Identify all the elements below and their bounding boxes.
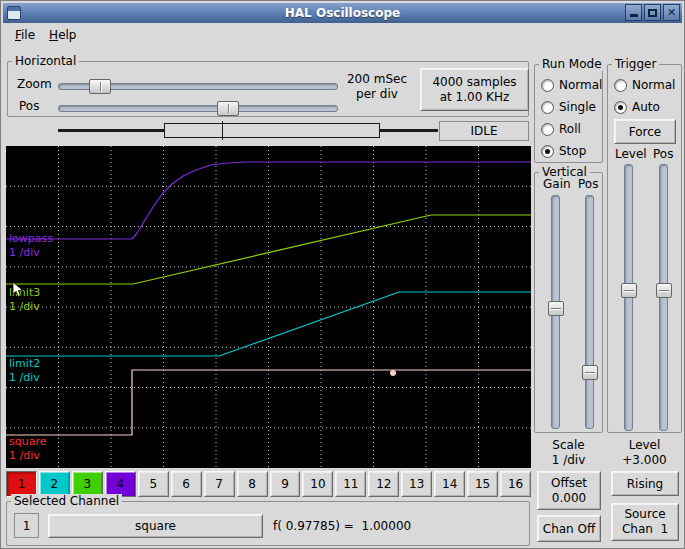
menubar: File Help — [3, 24, 682, 45]
vertical-gain-label: Gain — [543, 177, 571, 191]
maximize-icon — [648, 9, 657, 17]
samples-line2: at 1.00 KHz — [440, 90, 510, 105]
zoom-slider-handle[interactable] — [89, 79, 111, 94]
close-icon: ✕ — [667, 7, 676, 18]
record-trigger-tick — [222, 121, 223, 140]
maximize-button[interactable] — [644, 4, 661, 21]
selected-channel-legend: Selected Channel — [11, 494, 122, 508]
menu-help[interactable]: Help — [42, 26, 83, 44]
time-per-div-line1: 200 mSec — [341, 72, 413, 87]
channel-button-11[interactable]: 11 — [335, 471, 366, 497]
channel-button-15[interactable]: 15 — [467, 471, 498, 497]
vertical-pos-label: Pos — [578, 177, 598, 191]
radio-label: Stop — [559, 144, 586, 158]
radio-label: Auto — [632, 100, 660, 114]
close-button[interactable]: ✕ — [663, 4, 680, 21]
force-button[interactable]: Force — [614, 119, 676, 144]
scope-canvas — [6, 146, 531, 468]
trigger-pos-slider-handle[interactable] — [656, 283, 672, 298]
radio-icon — [541, 79, 554, 92]
radio-label: Normal — [559, 78, 602, 92]
titlebar: HAL Oscilloscope ✕ — [3, 3, 682, 23]
window-title: HAL Oscilloscope — [3, 3, 682, 23]
channel-button-9[interactable]: 9 — [270, 471, 301, 497]
scope-display[interactable]: square1 /divlimit21 /divlimit31 /divlowp… — [6, 146, 531, 468]
radio-run-mode-stop[interactable]: Stop — [536, 140, 601, 162]
trigger-legend: Trigger — [612, 57, 659, 71]
mouse-cursor-icon — [12, 281, 24, 298]
trigger-level-title: Level — [607, 438, 682, 452]
run-mode-options: NormalSingleRollStop — [536, 74, 601, 162]
channel-button-13[interactable]: 13 — [401, 471, 432, 497]
horizontal-group-legend: Horizontal — [12, 54, 79, 68]
minimize-icon — [630, 14, 638, 17]
radio-label: Normal — [632, 78, 675, 92]
source-line1: Source — [624, 507, 665, 522]
trigger-source-button[interactable]: Source Chan 1 — [611, 503, 679, 541]
channel-button-12[interactable]: 12 — [368, 471, 399, 497]
chan-off-button[interactable]: Chan Off — [537, 515, 601, 542]
radio-icon — [541, 101, 554, 114]
channel-button-14[interactable]: 14 — [434, 471, 465, 497]
radio-label: Roll — [559, 122, 581, 136]
radio-icon — [541, 145, 554, 158]
time-per-div-line2: per div — [341, 87, 413, 102]
channel-button-5[interactable]: 5 — [138, 471, 169, 497]
offset-line2: 0.000 — [552, 491, 586, 506]
radio-run-mode-normal[interactable]: Normal — [536, 74, 601, 96]
trigger-edge-button[interactable]: Rising — [611, 471, 679, 496]
value-readout: f( 0.97785) = 1.00000 — [273, 519, 411, 533]
channel-button-8[interactable]: 8 — [237, 471, 268, 497]
radio-icon — [614, 101, 627, 114]
horizontal-pos-slider-handle[interactable] — [217, 101, 239, 116]
offset-line1: Offset — [551, 476, 587, 491]
radio-icon — [614, 79, 627, 92]
offset-button[interactable]: Offset 0.000 — [537, 471, 601, 510]
run-mode-group: Run Mode NormalSingleRollStop — [534, 64, 603, 163]
trigger-pos-label: Pos — [653, 147, 673, 161]
trigger-level-slider-handle[interactable] — [621, 283, 637, 298]
trigger-options: NormalAuto — [609, 74, 680, 118]
record-settings-button[interactable]: 4000 samples at 1.00 KHz — [420, 68, 529, 111]
halscope-window: HAL Oscilloscope ✕ File Help Horizontal … — [0, 0, 685, 549]
trigger-level-value: +3.000 — [607, 453, 682, 467]
window-controls: ✕ — [625, 4, 680, 21]
vertical-gain-slider-handle[interactable] — [548, 301, 564, 316]
vertical-pos-slider-handle[interactable] — [582, 365, 598, 380]
radio-run-mode-single[interactable]: Single — [536, 96, 601, 118]
channel-source-button[interactable]: square — [48, 514, 263, 538]
source-line2: Chan 1 — [622, 522, 668, 537]
radio-label: Single — [559, 100, 596, 114]
channel-button-7[interactable]: 7 — [204, 471, 235, 497]
trace-limit3 — [6, 215, 531, 284]
vertical-pos-slider-track[interactable] — [585, 195, 594, 429]
channel-button-16[interactable]: 16 — [500, 471, 531, 497]
horizontal-pos-label: Pos — [19, 99, 39, 113]
vertical-scale-title: Scale — [534, 438, 603, 452]
channel-button-6[interactable]: 6 — [171, 471, 202, 497]
radio-trigger-normal[interactable]: Normal — [609, 74, 680, 96]
status-indicator: IDLE — [439, 121, 529, 141]
zoom-label: Zoom — [17, 77, 52, 91]
trace-lowpass — [6, 162, 531, 239]
radio-trigger-auto[interactable]: Auto — [609, 96, 680, 118]
horizontal-pos-slider-track[interactable] — [58, 105, 338, 112]
record-view-window — [164, 123, 380, 138]
samples-line1: 4000 samples — [432, 75, 516, 90]
menu-file[interactable]: File — [8, 26, 42, 44]
radio-run-mode-roll[interactable]: Roll — [536, 118, 601, 140]
minimize-button[interactable] — [625, 4, 642, 21]
vertical-scale-value: 1 /div — [534, 453, 603, 467]
selected-channel-number: 1 — [14, 513, 39, 538]
trigger-group: Trigger NormalAuto Force Level Pos — [607, 64, 682, 433]
trigger-marker — [390, 370, 396, 376]
radio-icon — [541, 123, 554, 136]
time-per-div-readout: 200 mSec per div — [341, 72, 413, 102]
run-mode-legend: Run Mode — [539, 57, 605, 71]
channel-button-10[interactable]: 10 — [302, 471, 333, 497]
trigger-level-label: Level — [615, 147, 647, 161]
vertical-group: Vertical Gain Pos — [534, 172, 603, 433]
